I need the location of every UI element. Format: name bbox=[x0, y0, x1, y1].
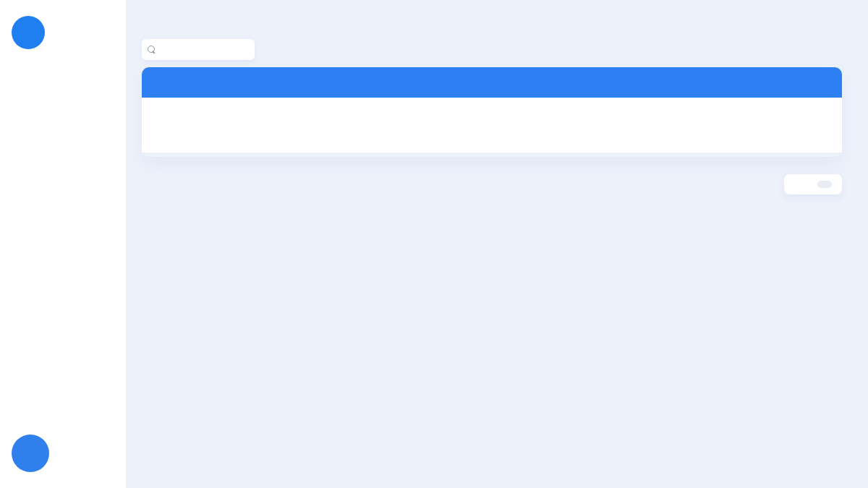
applications-table bbox=[142, 67, 842, 157]
avatar[interactable] bbox=[12, 435, 49, 472]
main-content bbox=[127, 0, 868, 488]
app-meta-column-2 bbox=[487, 100, 830, 140]
zappl-logo-icon bbox=[12, 16, 45, 49]
table-header bbox=[142, 67, 842, 98]
brand-logo bbox=[0, 0, 126, 49]
app-description bbox=[153, 100, 323, 140]
toolbar bbox=[142, 39, 868, 60]
search-icon bbox=[148, 46, 156, 53]
expanded-row-details bbox=[142, 98, 842, 153]
pagination bbox=[784, 174, 842, 194]
sidebar bbox=[0, 0, 127, 488]
search-box[interactable] bbox=[142, 39, 255, 60]
search-input[interactable] bbox=[160, 45, 239, 55]
table-section-gap bbox=[142, 153, 842, 157]
pagination-row bbox=[142, 174, 842, 194]
user-info[interactable] bbox=[12, 435, 57, 472]
app-meta-column-1 bbox=[346, 100, 487, 140]
next-page-button[interactable] bbox=[817, 181, 832, 188]
